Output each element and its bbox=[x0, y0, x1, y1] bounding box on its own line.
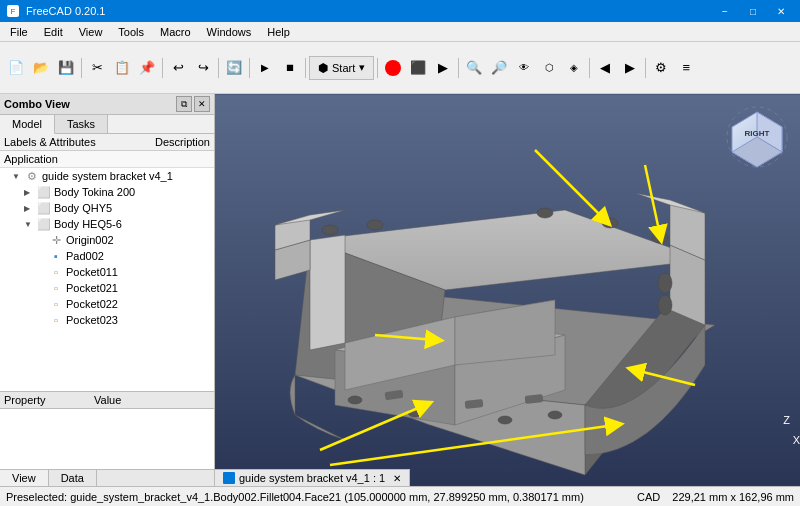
tree-col1-header: Labels & Attributes bbox=[4, 136, 155, 148]
viewport[interactable]: RIGHT Z X guide system bracket v4_1 : 1 … bbox=[215, 94, 800, 486]
sep3 bbox=[218, 58, 219, 78]
refresh-button[interactable]: 🔄 bbox=[222, 56, 246, 80]
sep2 bbox=[162, 58, 163, 78]
dimensions: 229,21 mm x 162,96 mm bbox=[672, 491, 794, 503]
stop-btn[interactable]: ⬛ bbox=[406, 56, 430, 80]
tree-area: ▼⚙guide system bracket v4_1▶⬜Body Tokina… bbox=[0, 168, 214, 391]
tree-icon: ▫ bbox=[48, 297, 64, 311]
combo-float-button[interactable]: ⧉ bbox=[176, 96, 192, 112]
open-button[interactable]: 📂 bbox=[29, 56, 53, 80]
tree-item[interactable]: ▶⬜Body Tokina 200 bbox=[0, 184, 214, 200]
tree-label: Pad002 bbox=[66, 250, 104, 262]
svg-marker-14 bbox=[310, 235, 345, 350]
tab-tasks[interactable]: Tasks bbox=[55, 115, 108, 133]
tree-item[interactable]: ▫Pocket022 bbox=[0, 296, 214, 312]
tree-arrow: ▶ bbox=[24, 188, 36, 197]
part2[interactable]: ⏹ bbox=[278, 56, 302, 80]
tree-icon: ⚙ bbox=[24, 169, 40, 183]
tree-label: Pocket021 bbox=[66, 282, 118, 294]
bottom-tabs-row: View Data bbox=[0, 469, 214, 486]
tree-item[interactable]: ▼⚙guide system bracket v4_1 bbox=[0, 168, 214, 184]
tree-item[interactable]: ▫Pocket023 bbox=[0, 312, 214, 328]
record-btn[interactable] bbox=[381, 56, 405, 80]
svg-text:F: F bbox=[11, 7, 16, 16]
tree-item[interactable]: ▫Pocket021 bbox=[0, 280, 214, 296]
new-button[interactable]: 📄 bbox=[4, 56, 28, 80]
extra1[interactable]: ⚙ bbox=[649, 56, 673, 80]
tree-icon: ▪ bbox=[48, 249, 64, 263]
view3[interactable]: ◈ bbox=[562, 56, 586, 80]
property-col2: Value bbox=[94, 394, 121, 406]
x-axis-label: X bbox=[793, 434, 800, 446]
tree-icon: ✛ bbox=[48, 233, 64, 247]
undo-button[interactable]: ↩ bbox=[166, 56, 190, 80]
zoom-in[interactable]: 🔎 bbox=[487, 56, 511, 80]
save-button[interactable]: 💾 bbox=[54, 56, 78, 80]
combo-close-button[interactable]: ✕ bbox=[194, 96, 210, 112]
minimize-button[interactable]: − bbox=[712, 2, 738, 20]
menu-item-edit[interactable]: Edit bbox=[36, 24, 71, 40]
svg-point-27 bbox=[658, 295, 672, 315]
menu-item-file[interactable]: File bbox=[2, 24, 36, 40]
play-btn[interactable]: ▶ bbox=[431, 56, 455, 80]
nav-left[interactable]: ◀ bbox=[593, 56, 617, 80]
nav-cube[interactable]: RIGHT bbox=[722, 102, 792, 172]
tree-item[interactable]: ▼⬜Body HEQ5-6 bbox=[0, 216, 214, 232]
cut-button[interactable]: ✂ bbox=[85, 56, 109, 80]
viewport-tab-label: guide system bracket v4_1 : 1 bbox=[239, 472, 385, 484]
tree-header: Labels & Attributes Description bbox=[0, 134, 214, 151]
tab-model[interactable]: Model bbox=[0, 115, 55, 134]
tree-item[interactable]: ✛Origin002 bbox=[0, 232, 214, 248]
app-title: FreeCAD 0.20.1 bbox=[26, 5, 712, 17]
viewport-tab[interactable]: guide system bracket v4_1 : 1 ✕ bbox=[215, 469, 410, 486]
menu-item-view[interactable]: View bbox=[71, 24, 111, 40]
svg-text:RIGHT: RIGHT bbox=[745, 129, 770, 138]
combo-header: Combo View ⧉ ✕ bbox=[0, 94, 214, 115]
tree-item[interactable]: ▶⬜Body QHY5 bbox=[0, 200, 214, 216]
workbench-label: Start bbox=[332, 62, 355, 74]
viewport-tab-close[interactable]: ✕ bbox=[393, 473, 401, 484]
menubar: FileEditViewToolsMacroWindowsHelp bbox=[0, 22, 800, 42]
extra2[interactable]: ≡ bbox=[674, 56, 698, 80]
sep7 bbox=[458, 58, 459, 78]
paste-button[interactable]: 📌 bbox=[135, 56, 159, 80]
tree-label: Body Tokina 200 bbox=[54, 186, 135, 198]
tree-col2-header: Description bbox=[155, 136, 210, 148]
tree-icon: ⬜ bbox=[36, 185, 52, 199]
menu-item-macro[interactable]: Macro bbox=[152, 24, 199, 40]
svg-point-30 bbox=[498, 416, 512, 424]
view2[interactable]: ⬡ bbox=[537, 56, 561, 80]
titlebar: F FreeCAD 0.20.1 − □ ✕ bbox=[0, 0, 800, 22]
view1[interactable]: 👁 bbox=[512, 56, 536, 80]
tree-item[interactable]: ▪Pad002 bbox=[0, 248, 214, 264]
window-controls: − □ ✕ bbox=[712, 2, 794, 20]
close-button[interactable]: ✕ bbox=[768, 2, 794, 20]
application-label: Application bbox=[0, 151, 214, 168]
nav-right[interactable]: ▶ bbox=[618, 56, 642, 80]
sep1 bbox=[81, 58, 82, 78]
btab-data[interactable]: Data bbox=[49, 470, 97, 486]
svg-point-22 bbox=[367, 220, 383, 230]
menu-item-tools[interactable]: Tools bbox=[110, 24, 152, 40]
tree-label: Pocket011 bbox=[66, 266, 118, 278]
workbench-selector[interactable]: ⬢ Start ▾ bbox=[309, 56, 374, 80]
combo-buttons: ⧉ ✕ bbox=[176, 96, 210, 112]
tree-arrow: ▼ bbox=[24, 220, 36, 229]
menu-item-help[interactable]: Help bbox=[259, 24, 298, 40]
part1[interactable]: ▶ bbox=[253, 56, 277, 80]
left-panel: Combo View ⧉ ✕ Model Tasks Labels & Attr… bbox=[0, 94, 215, 486]
btab-view[interactable]: View bbox=[0, 470, 49, 486]
tree-item[interactable]: ▫Pocket011 bbox=[0, 264, 214, 280]
tree-icon: ▫ bbox=[48, 313, 64, 327]
cad-mode: CAD bbox=[637, 491, 660, 503]
menu-item-windows[interactable]: Windows bbox=[199, 24, 260, 40]
maximize-button[interactable]: □ bbox=[740, 2, 766, 20]
property-area bbox=[0, 409, 214, 469]
tree-label: guide system bracket v4_1 bbox=[42, 170, 173, 182]
zoom-fit[interactable]: 🔍 bbox=[462, 56, 486, 80]
tree-icon: ▫ bbox=[48, 281, 64, 295]
redo-button[interactable]: ↪ bbox=[191, 56, 215, 80]
copy-button[interactable]: 📋 bbox=[110, 56, 134, 80]
property-col1: Property bbox=[4, 394, 94, 406]
sep9 bbox=[645, 58, 646, 78]
